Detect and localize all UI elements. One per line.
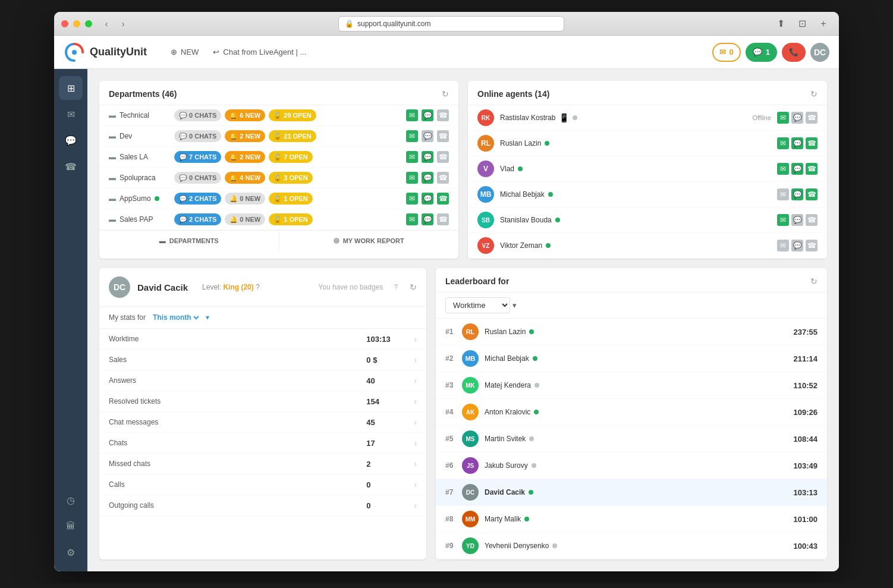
phone-action-icon[interactable]: ☎	[437, 109, 449, 121]
stats-card: DC David Cacik Level: King (20) ? You ha…	[99, 268, 426, 559]
arrow-icon[interactable]: ›	[414, 459, 417, 468]
phone-action-icon[interactable]: ☎	[806, 214, 817, 226]
phone-action-icon[interactable]: ☎	[437, 130, 449, 142]
email-badge-button[interactable]: ✉ 0	[712, 43, 741, 62]
period-arrow: ▾	[206, 313, 209, 322]
sidebar-item-knowledge[interactable]: 🏛	[59, 514, 83, 538]
email-action-icon[interactable]: ✉	[406, 130, 418, 142]
agent-actions: ✉ 💬 ☎	[777, 137, 817, 149]
dept-actions: ✉ 💬 ☎	[406, 193, 449, 205]
dept-footer-icon: ▬	[159, 237, 166, 244]
chat-icon: 💬	[753, 48, 762, 56]
chat-action-icon[interactable]: 💬	[422, 151, 433, 163]
departments-footer-btn[interactable]: ▬ DEPARTMENTS	[99, 231, 279, 250]
stats-refresh-icon[interactable]: ↻	[410, 282, 417, 292]
rank: #4	[445, 408, 462, 416]
chat-action-icon[interactable]: 💬	[791, 137, 803, 149]
departments-refresh-icon[interactable]: ↻	[442, 89, 449, 99]
chat-action-icon[interactable]: 💬	[791, 163, 803, 175]
maximize-button[interactable]	[85, 20, 92, 27]
leaderboard-refresh-icon[interactable]: ↻	[810, 276, 817, 286]
close-button[interactable]	[61, 20, 68, 27]
arrow-icon[interactable]: ›	[414, 355, 417, 364]
phone-action-icon[interactable]: ☎	[437, 193, 449, 205]
dept-actions: ✉ 💬 ☎	[406, 213, 449, 225]
agent-actions: ✉ 💬 ☎	[777, 188, 817, 200]
arrow-icon[interactable]: ›	[414, 501, 417, 510]
phone-action-icon[interactable]: ☎	[806, 240, 817, 251]
new-tab-button[interactable]: +	[815, 15, 832, 32]
rank: #3	[445, 381, 462, 389]
dept-name-salesla: ▬ Sales LA	[109, 153, 174, 161]
chat-action-icon[interactable]: 💬	[791, 188, 803, 200]
email-action-icon[interactable]: ✉	[777, 137, 789, 149]
new-nav-item[interactable]: ⊕ NEW	[171, 48, 199, 56]
chat-action-icon[interactable]: 💬	[422, 130, 433, 142]
url-bar[interactable]: 🔒 support.qualityunit.com	[338, 16, 564, 32]
arrow-icon[interactable]: ›	[414, 376, 417, 385]
call-button[interactable]: 📞	[782, 43, 806, 62]
phone-action-icon[interactable]: ☎	[806, 188, 817, 200]
arrow-icon[interactable]: ›	[414, 417, 417, 427]
email-action-icon[interactable]: ✉	[406, 109, 418, 121]
email-action-icon[interactable]: ✉	[777, 214, 789, 226]
chat-action-icon[interactable]: 💬	[422, 172, 433, 184]
sidebar-item-tickets[interactable]: ✉	[59, 102, 83, 126]
email-action-icon[interactable]: ✉	[777, 240, 789, 251]
forward-button[interactable]: ›	[116, 17, 130, 31]
phone-action-icon[interactable]: ☎	[437, 151, 449, 163]
email-action-icon[interactable]: ✉	[406, 151, 418, 163]
share-button[interactable]: ⬆	[772, 15, 789, 32]
sidebar-item-settings[interactable]: ⚙	[59, 540, 83, 564]
sidebar-item-chat[interactable]: 💬	[59, 128, 83, 152]
sidebar-item-calls[interactable]: ☎	[59, 155, 83, 178]
sidebar-item-reports[interactable]: ◷	[59, 488, 83, 512]
chat-action-icon[interactable]: 💬	[791, 240, 803, 251]
arrow-icon[interactable]: ›	[414, 480, 417, 489]
agent-name: Michal Bebjak	[500, 190, 777, 199]
chat-action-icon[interactable]: 💬	[422, 109, 433, 121]
new-badge: 🔔 6 NEW	[225, 109, 265, 121]
email-action-icon[interactable]: ✉	[777, 112, 789, 124]
report-footer-btn[interactable]: ◎ MY WORK REPORT	[279, 231, 459, 250]
sidebar-item-dashboard[interactable]: ⊞	[59, 76, 83, 100]
lb-score: 103:49	[794, 461, 817, 470]
phone-action-icon[interactable]: ☎	[806, 137, 817, 149]
chat-nav-item[interactable]: ↩ Chat from LiveAgent | ...	[213, 48, 306, 56]
arrow-icon[interactable]: ›	[414, 397, 417, 406]
email-action-icon[interactable]: ✉	[406, 213, 418, 225]
svg-point-0	[72, 50, 77, 55]
stat-value: 17	[366, 439, 414, 448]
user-avatar-header[interactable]: DC	[810, 43, 829, 62]
email-action-icon[interactable]: ✉	[777, 163, 789, 175]
dept-badges: 💬 2 CHATS 🔔 0 NEW 🔓 1 OPEN	[174, 193, 406, 205]
arrow-icon[interactable]: ›	[414, 334, 417, 344]
arrow-icon[interactable]: ›	[414, 438, 417, 448]
chat-action-icon[interactable]: 💬	[422, 213, 433, 225]
rank: #9	[445, 542, 462, 550]
back-button[interactable]: ‹	[99, 17, 114, 31]
dept-label: AppSumo	[120, 194, 151, 203]
period-select[interactable]: This month Last month This week	[150, 313, 201, 322]
chat-badge-button[interactable]: 💬 1	[746, 43, 777, 62]
dept-name-technical: ▬ Technical	[109, 111, 174, 120]
chat-action-icon[interactable]: 💬	[791, 214, 803, 226]
chat-action-icon[interactable]: 💬	[791, 112, 803, 124]
leaderboard-select[interactable]: Worktime Sales Answers	[445, 297, 510, 313]
agent-name: Vlad	[500, 165, 777, 173]
phone-action-icon[interactable]: ☎	[437, 172, 449, 184]
email-action-icon[interactable]: ✉	[777, 188, 789, 200]
list-item: Calls 0 ›	[99, 474, 426, 495]
email-action-icon[interactable]: ✉	[406, 193, 418, 205]
chat-action-icon[interactable]: 💬	[422, 193, 433, 205]
email-action-icon[interactable]: ✉	[406, 172, 418, 184]
open-badge: 🔓 3 OPEN	[269, 172, 312, 184]
minimize-button[interactable]	[73, 20, 80, 27]
agents-refresh-icon[interactable]: ↻	[810, 89, 817, 99]
phone-action-icon[interactable]: ☎	[806, 163, 817, 175]
dept-actions: ✉ 💬 ☎	[406, 172, 449, 184]
fullscreen-button[interactable]: ⊡	[794, 15, 810, 32]
stat-value: 103:13	[366, 335, 414, 344]
phone-action-icon[interactable]: ☎	[806, 112, 817, 124]
phone-action-icon[interactable]: ☎	[437, 213, 449, 225]
